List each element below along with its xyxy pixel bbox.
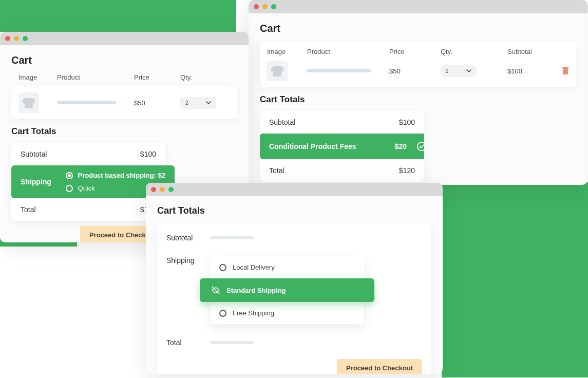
eye-off-icon: [211, 286, 220, 295]
trash-icon[interactable]: [562, 67, 569, 75]
col-subtotal: Subtotal: [507, 48, 554, 55]
titlebar: [0, 32, 249, 45]
option-label: Standard Shipping: [226, 287, 286, 294]
subtotal-value: $100: [399, 118, 415, 126]
col-qty: Qty.: [180, 73, 226, 81]
option-label: Local Delivery: [233, 263, 275, 271]
shipping-option-free[interactable]: Free Shipping: [210, 302, 364, 324]
total-label: Total: [21, 205, 36, 214]
total-label: Total: [269, 166, 284, 175]
subtotal-value: $100: [140, 150, 156, 158]
table-row: $50 2: [18, 92, 230, 113]
minimize-icon[interactable]: [14, 36, 19, 41]
page-title: Cart: [11, 54, 237, 66]
minimize-icon[interactable]: [262, 4, 268, 9]
check-circle-icon: [416, 141, 424, 152]
subtotal-placeholder: [210, 236, 254, 239]
item-subtotal: $100: [507, 67, 554, 75]
shipping-label: Shipping: [21, 178, 51, 186]
shipping-option-standard[interactable]: Standard Shipping: [200, 278, 374, 302]
product-name-placeholder: [57, 101, 116, 104]
option-label: Free Shipping: [233, 309, 274, 317]
col-qty: Qty.: [441, 48, 507, 55]
fee-label: Conditional Product Fees: [269, 142, 356, 150]
totals-title: Cart Totals: [11, 126, 237, 137]
svg-rect-2: [564, 67, 567, 68]
col-image: Image: [267, 48, 307, 55]
page-title: Cart: [260, 23, 576, 34]
qty-value: 2: [446, 68, 449, 74]
titlebar: [249, 0, 587, 13]
minimize-icon[interactable]: [160, 187, 165, 192]
shipping-label: Shipping: [166, 256, 210, 264]
close-icon[interactable]: [254, 4, 259, 9]
subtotal-label: Subtotal: [166, 234, 210, 242]
item-price: $50: [389, 67, 441, 75]
maximize-icon[interactable]: [168, 187, 174, 192]
cart-totals-window: Cart Totals Subtotal Shipping Local Deli…: [146, 183, 443, 374]
shipping-option-local[interactable]: Local Delivery: [210, 256, 364, 278]
quantity-stepper[interactable]: 2: [441, 65, 477, 77]
total-value: $120: [399, 166, 415, 175]
totals-title: Cart Totals: [260, 94, 576, 105]
col-price: Price: [389, 48, 441, 55]
quantity-stepper[interactable]: 2: [180, 97, 216, 109]
qty-value: 2: [185, 100, 188, 106]
subtotal-label: Subtotal: [269, 118, 295, 126]
table-row: $50 2 $100: [267, 61, 569, 81]
chevron-down-icon: [206, 100, 211, 105]
close-icon[interactable]: [5, 36, 10, 41]
col-product: Product: [57, 73, 134, 81]
svg-point-3: [418, 142, 424, 151]
col-image: Image: [18, 73, 57, 81]
subtotal-label: Subtotal: [21, 150, 47, 158]
svg-rect-0: [563, 68, 568, 74]
shipping-option-product-based[interactable]: Product based shipping: $2: [66, 172, 165, 179]
col-price: Price: [134, 73, 180, 81]
maximize-icon[interactable]: [271, 4, 276, 9]
titlebar: [146, 183, 443, 196]
total-label: Total: [166, 338, 210, 347]
maximize-icon[interactable]: [23, 36, 28, 41]
total-placeholder: [210, 341, 254, 344]
item-price: $50: [134, 99, 180, 107]
option-label: Quick: [78, 184, 95, 192]
col-product: Product: [307, 48, 389, 55]
product-name-placeholder: [307, 69, 371, 72]
page-title: Cart Totals: [157, 205, 431, 216]
checkout-button[interactable]: Proceed to Checkout: [337, 359, 422, 374]
cart-window-fees: Cart Image Product Price Qty. Subtotal $…: [249, 0, 587, 185]
product-image: [18, 92, 39, 113]
product-image: [267, 61, 288, 81]
close-icon[interactable]: [151, 187, 156, 192]
chevron-down-icon: [466, 68, 471, 73]
fee-value: $20: [395, 142, 407, 150]
option-label: Product based shipping: $2: [78, 172, 165, 179]
